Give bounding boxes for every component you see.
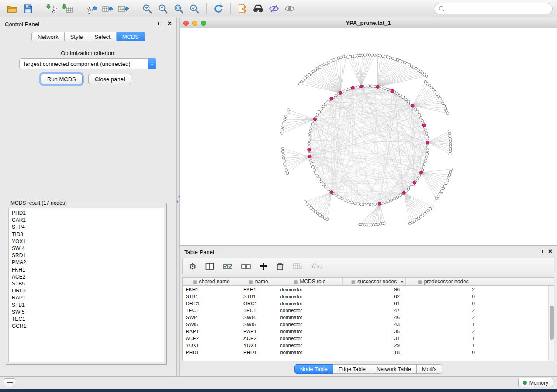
tab-style[interactable]: Style [65, 32, 89, 41]
list-item[interactable]: SWI4 [12, 245, 161, 252]
hide-selection-button[interactable] [266, 2, 282, 15]
float-window-icon[interactable] [158, 22, 162, 25]
list-item[interactable]: ACE2 [12, 273, 161, 280]
list-item[interactable]: PHD1 [12, 210, 161, 217]
list-item[interactable]: YOX1 [12, 238, 161, 245]
tab-mcds[interactable]: MCDS [117, 32, 145, 41]
column-header-name[interactable]: ▦ name [240, 278, 277, 285]
network-canvas[interactable] [180, 28, 557, 245]
list-item[interactable]: ORC1 [12, 287, 161, 294]
table-row[interactable]: ACE2 ACE2 connector 31 1 [183, 335, 554, 342]
columns-icon [205, 262, 214, 270]
close-window-button[interactable] [183, 21, 189, 26]
tab-edge-table[interactable]: Edge Table [333, 364, 371, 374]
list-item[interactable]: SRD1 [12, 252, 161, 259]
delete-columns-button[interactable] [276, 262, 284, 271]
show-columns-button[interactable] [205, 262, 214, 270]
function-builder-button[interactable]: f(x) [311, 262, 322, 270]
export-table-button[interactable] [100, 2, 115, 15]
network-visualization[interactable] [180, 28, 557, 245]
column-header-successor-nodes[interactable]: ▦ successor nodes ▾ [343, 278, 406, 285]
zoom-fit-button[interactable] [171, 2, 187, 15]
export-to-web-button[interactable] [235, 2, 250, 15]
network-window-titlebar[interactable]: YPA_prune.txt_1 [180, 19, 557, 28]
scrollbar-thumb[interactable] [550, 306, 554, 340]
find-button[interactable] [250, 2, 266, 15]
cell-name: STB1 [240, 294, 277, 299]
import-table-button[interactable] [60, 2, 76, 15]
tab-network[interactable]: Network [31, 32, 65, 41]
list-item[interactable]: STB5 [12, 280, 161, 287]
tab-motifs[interactable]: Motifs [417, 364, 442, 374]
close-panel-icon[interactable]: × [168, 21, 172, 26]
close-panel-icon[interactable]: × [548, 249, 552, 254]
export-image-button[interactable] [115, 2, 131, 15]
table-row[interactable]: STB1 STB1 dominator 62 0 [183, 293, 554, 300]
list-item[interactable]: PMA2 [12, 259, 161, 266]
table-mode-button[interactable]: ⚙ [189, 262, 197, 271]
cell-shared-name: YOX1 [183, 343, 240, 348]
optimization-criterion-select[interactable]: largest connected component (undirected)… [19, 58, 156, 69]
column-label: shared name [199, 279, 230, 285]
table-row[interactable]: ORC1 ORC1 dominator 61 0 [183, 300, 554, 307]
save-session-button[interactable] [20, 2, 36, 15]
close-panel-button[interactable]: Close panel [88, 74, 131, 84]
sort-arrow-icon[interactable]: ▾ [401, 279, 403, 284]
table-row[interactable]: SWI4 SWI4 dominator 46 2 [183, 314, 554, 321]
export-network-button[interactable] [84, 2, 100, 15]
table-row[interactable]: FKH1 FKH1 dominator 96 2 [183, 286, 554, 293]
table-row[interactable]: YOX1 YOX1 connector 29 1 [183, 342, 554, 349]
search-box[interactable] [434, 3, 553, 14]
apply-layout-button[interactable] [211, 2, 226, 15]
table-row[interactable]: RAP1 RAP1 dominator 35 2 [183, 328, 554, 335]
search-input[interactable] [447, 5, 548, 12]
list-item[interactable]: STB1 [12, 302, 161, 309]
list-item[interactable]: STP4 [12, 224, 161, 230]
column-header-shared-name[interactable]: ▦ shared name [183, 278, 240, 285]
tab-node-table[interactable]: Node Table [294, 364, 333, 374]
select-all-button[interactable] [223, 262, 232, 270]
cell-predecessor-nodes: 2 [406, 329, 481, 334]
run-mcds-button[interactable]: Run MCDS [41, 74, 83, 84]
cell-predecessor-nodes: 0 [406, 350, 481, 355]
import-network-button[interactable] [44, 2, 60, 15]
cell-successor-nodes: 35 [343, 329, 406, 334]
create-column-button[interactable] [259, 262, 267, 270]
table-panel-title: Table Panel [184, 249, 214, 255]
show-all-button[interactable] [282, 2, 298, 15]
list-item[interactable]: CAR1 [12, 217, 161, 224]
list-item[interactable]: RAP1 [12, 294, 161, 301]
table-row[interactable]: PHD1 PHD1 dominator 18 0 [183, 349, 554, 356]
table-scrollbar[interactable] [548, 286, 554, 361]
float-window-icon[interactable] [539, 250, 543, 253]
export-table-icon [102, 3, 113, 14]
column-header-predecessor-nodes[interactable]: ▦ predecessor nodes [406, 278, 481, 285]
zoom-in-button[interactable] [139, 2, 155, 15]
mcds-result-list[interactable]: PHD1 CAR1 STP4 TID3 YOX1 SWI4 SRD1 PMA2 [8, 208, 164, 362]
cell-successor-nodes: 62 [343, 294, 406, 299]
table-row[interactable]: TEC1 TEC1 connector 47 2 [183, 307, 554, 314]
table-row[interactable]: SWI5 SWI5 connector 43 1 [183, 321, 554, 328]
open-session-button[interactable] [4, 2, 20, 15]
cell-name: YOX1 [240, 343, 277, 348]
zoom-selected-button[interactable] [187, 2, 202, 15]
column-header-mcds-role[interactable]: ▦ MCDS role [277, 278, 343, 285]
zoom-out-button[interactable] [155, 2, 171, 15]
zoom-in-icon [142, 3, 152, 14]
list-item[interactable]: TID3 [12, 231, 161, 238]
menu-button[interactable] [4, 378, 15, 387]
memory-button[interactable]: Memory [518, 378, 553, 387]
deselect-all-button[interactable] [241, 262, 251, 270]
list-item[interactable]: FKH1 [12, 266, 161, 273]
list-item[interactable]: SWI5 [12, 309, 161, 316]
list-item[interactable]: GCR1 [12, 323, 161, 330]
cell-mcds-role: dominator [277, 329, 343, 334]
node-table: ▦ shared name ▦ name ▦ MCDS role ▦ [182, 277, 554, 361]
list-item[interactable]: TEC1 [12, 316, 161, 323]
tab-select[interactable]: Select [89, 32, 117, 41]
minimize-window-button[interactable] [192, 21, 197, 26]
delete-table-button[interactable] [293, 262, 302, 270]
desktop: Control Panel × Network Style Select MCD… [0, 0, 557, 392]
tab-network-table[interactable]: Network Table [371, 364, 417, 374]
maximize-window-button[interactable] [201, 21, 206, 26]
